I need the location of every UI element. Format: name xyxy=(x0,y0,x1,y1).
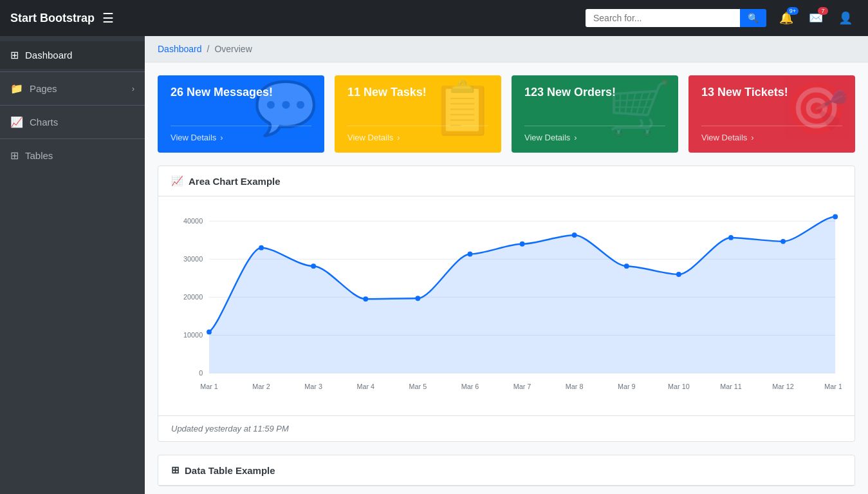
chart-point-8 xyxy=(572,233,577,238)
breadcrumb-separator: / xyxy=(207,44,210,54)
sidebar-label-tables: Tables xyxy=(25,150,53,161)
chevron-right-icon: › xyxy=(132,84,134,93)
chart-point-5 xyxy=(415,296,420,301)
layout: ⊞ Dashboard 📁 Pages › 📈 Charts ⊞ Tables … xyxy=(0,36,868,494)
area-chart-svg: 40000 30000 20000 10000 0 xyxy=(171,207,842,413)
chart-point-3 xyxy=(311,263,316,269)
sidebar-label-pages: Pages xyxy=(30,83,57,94)
svg-text:10000: 10000 xyxy=(183,331,203,339)
sidebar-divider-2 xyxy=(0,105,145,106)
navbar-search: 🔍 xyxy=(586,9,766,27)
notifications-badge: 9+ xyxy=(787,7,799,15)
chart-svg-wrapper: 40000 30000 20000 10000 0 xyxy=(171,207,842,415)
dashboard-icon: ⊞ xyxy=(10,49,19,61)
sidebar-item-pages[interactable]: 📁 Pages › xyxy=(0,75,145,102)
chart-point-4 xyxy=(363,296,368,301)
area-chart-card: 📈 Area Chart Example 40000 xyxy=(158,166,855,442)
user-button[interactable]: 👤 xyxy=(833,8,858,28)
svg-text:Mar 2: Mar 2 xyxy=(252,383,270,390)
svg-text:Mar 1: Mar 1 xyxy=(200,383,218,390)
stat-card-messages-title: 26 New Messages! xyxy=(171,86,311,99)
sidebar-label-charts: Charts xyxy=(30,117,58,128)
navbar-brand: Start Bootstrap xyxy=(10,12,95,25)
stat-card-tickets: 13 New Tickets! 🎯 View Details › xyxy=(688,75,855,153)
chart-point-9 xyxy=(624,263,629,269)
svg-text:Mar 3: Mar 3 xyxy=(304,383,322,390)
pages-icon: 📁 xyxy=(10,82,23,95)
svg-text:Mar 9: Mar 9 xyxy=(618,383,636,390)
sidebar-item-charts[interactable]: 📈 Charts xyxy=(0,108,145,136)
chart-point-11 xyxy=(728,235,734,240)
chart-point-6 xyxy=(468,252,473,257)
data-table-title: Data Table Example xyxy=(185,465,275,476)
svg-text:0: 0 xyxy=(199,369,203,377)
svg-text:Mar 6: Mar 6 xyxy=(461,383,479,390)
stat-card-tasks-link[interactable]: View Details › xyxy=(347,126,488,142)
messages-badge: 7 xyxy=(818,7,828,15)
area-chart-footer-text: Updated yesterday at 11:59 PM xyxy=(171,424,289,433)
svg-text:Mar 7: Mar 7 xyxy=(513,383,531,390)
breadcrumb-dashboard-link[interactable]: Dashboard xyxy=(158,44,202,54)
svg-text:Mar 11: Mar 11 xyxy=(720,383,742,390)
data-table-header: ⊞ Data Table Example xyxy=(158,455,854,486)
svg-text:Mar 10: Mar 10 xyxy=(668,383,690,390)
navbar: Start Bootstrap ☰ 🔍 🔔 9+ ✉️ 7 👤 xyxy=(0,0,868,36)
sidebar: ⊞ Dashboard 📁 Pages › 📈 Charts ⊞ Tables xyxy=(0,36,145,494)
stat-card-tickets-title: 13 New Tickets! xyxy=(701,86,842,99)
search-input[interactable] xyxy=(586,9,740,27)
area-chart-footer: Updated yesterday at 11:59 PM xyxy=(158,415,854,441)
area-chart-fill xyxy=(209,216,835,373)
chart-point-1 xyxy=(207,329,212,334)
area-chart-area: 40000 30000 20000 10000 0 xyxy=(158,196,854,415)
stat-cards-grid: 26 New Messages! 💬 View Details › 11 New… xyxy=(158,75,855,153)
tables-icon: ⊞ xyxy=(10,149,19,162)
stat-card-orders: 123 New Orders! 🛒 View Details › xyxy=(512,75,678,153)
chart-point-2 xyxy=(259,245,264,251)
chart-point-13 xyxy=(833,214,838,220)
navbar-toggle-button[interactable]: ☰ xyxy=(102,10,114,26)
svg-text:Mar 5: Mar 5 xyxy=(409,383,427,390)
svg-text:Mar 12: Mar 12 xyxy=(772,383,794,390)
area-chart-title: Area Chart Example xyxy=(189,176,281,187)
stat-card-messages: 26 New Messages! 💬 View Details › xyxy=(158,75,324,153)
data-table-icon: ⊞ xyxy=(171,464,180,476)
messages-button[interactable]: ✉️ 7 xyxy=(804,8,828,28)
svg-text:30000: 30000 xyxy=(183,255,203,263)
stat-card-tasks-title: 11 New Tasks! xyxy=(347,86,488,99)
chart-point-12 xyxy=(780,239,786,244)
stat-card-orders-link[interactable]: View Details › xyxy=(524,126,665,142)
sidebar-label-dashboard: Dashboard xyxy=(25,50,72,61)
svg-text:Mar 13: Mar 13 xyxy=(824,383,842,390)
data-table-card: ⊞ Data Table Example xyxy=(158,455,855,486)
svg-text:40000: 40000 xyxy=(183,217,203,225)
breadcrumb-current: Overview xyxy=(214,44,252,54)
notifications-button[interactable]: 🔔 9+ xyxy=(774,8,799,28)
svg-text:Mar 8: Mar 8 xyxy=(566,383,584,390)
area-chart-header: 📈 Area Chart Example xyxy=(158,166,854,196)
sidebar-item-tables[interactable]: ⊞ Tables xyxy=(0,142,145,169)
chart-point-7 xyxy=(520,242,525,247)
stat-card-tickets-link[interactable]: View Details › xyxy=(701,126,842,142)
stat-card-messages-link[interactable]: View Details › xyxy=(171,126,311,142)
main-content: Dashboard / Overview 26 New Messages! 💬 … xyxy=(145,36,868,494)
navbar-icons: 🔔 9+ ✉️ 7 👤 xyxy=(774,8,858,28)
sidebar-divider-3 xyxy=(0,138,145,139)
sidebar-divider-1 xyxy=(0,71,145,72)
area-chart-icon: 📈 xyxy=(171,175,183,187)
search-button[interactable]: 🔍 xyxy=(740,9,766,27)
stat-card-tasks: 11 New Tasks! 📋 View Details › xyxy=(335,75,501,153)
charts-icon: 📈 xyxy=(10,116,23,128)
svg-text:20000: 20000 xyxy=(183,293,203,301)
sidebar-item-dashboard[interactable]: ⊞ Dashboard xyxy=(0,41,145,69)
stat-card-orders-title: 123 New Orders! xyxy=(524,86,665,99)
content-area: 26 New Messages! 💬 View Details › 11 New… xyxy=(145,62,868,494)
svg-text:Mar 4: Mar 4 xyxy=(356,383,374,390)
chart-point-10 xyxy=(676,272,681,277)
breadcrumb-bar: Dashboard / Overview xyxy=(145,36,868,62)
